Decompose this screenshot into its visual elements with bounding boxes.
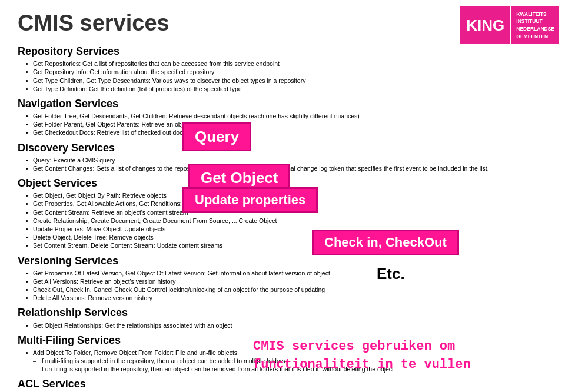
list-item: Get Repository Info: Get information abo… xyxy=(26,68,547,76)
callout-update: Update properties xyxy=(182,187,318,213)
list-repository: Get Repositories: Get a list of reposito… xyxy=(18,59,547,93)
callout-etc: Etc. xyxy=(377,265,405,283)
section-acl: ACL Services Get ACL: Get the permission… xyxy=(18,377,547,392)
logo-area: KING KWALITEITS INSTITUUT NEDERLANDSE GE… xyxy=(477,5,559,46)
list-item: Check Out, Check In, Cancel Check Out: C… xyxy=(26,285,547,294)
section-repository: Repository Services Get Repositories: Ge… xyxy=(18,44,547,93)
callout-query: Query xyxy=(182,122,251,151)
callout-bottom-line2: functionaliteit in te vullen xyxy=(253,356,471,374)
king-logo: KING xyxy=(460,6,510,44)
list-item: Get Properties Of Latest Version, Get Ob… xyxy=(26,269,547,277)
list-item: Create Relationship, Create Document, Cr… xyxy=(26,217,547,225)
list-item: Set Content Stream, Delete Content Strea… xyxy=(26,241,547,250)
section-navigation: Navigation Services Get Folder Tree, Get… xyxy=(18,97,547,137)
list-item: Get All Versions: Retrieve an object's v… xyxy=(26,277,547,285)
list-navigation: Get Folder Tree, Get Descendants, Get Ch… xyxy=(18,112,547,137)
list-item: Get Type Children, Get Type Descendants:… xyxy=(26,77,547,85)
list-item: Query: Execute a CMIS query xyxy=(26,156,547,164)
list-item: Get Folder Tree, Get Descendants, Get Ch… xyxy=(26,112,547,120)
section-header-navigation: Navigation Services xyxy=(18,97,547,111)
list-item: Get Object Relationships: Get the relati… xyxy=(26,321,547,330)
section-header-relationship: Relationship Services xyxy=(18,305,547,320)
section-header-versioning: Versioning Services xyxy=(18,254,547,268)
list-relationship: Get Object Relationships: Get the relati… xyxy=(18,321,547,330)
section-header-acl: ACL Services xyxy=(18,377,547,391)
list-versioning: Get Properties Of Latest Version, Get Ob… xyxy=(18,269,547,303)
list-item: Get Checkedout Docs: Retrieve list of ch… xyxy=(26,128,547,137)
section-header-discovery: Discovery Services xyxy=(18,141,547,155)
list-item: Update Properties, Move Object: Update o… xyxy=(26,225,547,233)
logo-tagline: KWALITEITS INSTITUUT NEDERLANDSE GEMEENT… xyxy=(511,6,559,44)
section-versioning: Versioning Services Get Properties Of La… xyxy=(18,254,547,303)
logo-box: KING KWALITEITS INSTITUUT NEDERLANDSE GE… xyxy=(460,6,559,44)
section-header-repository: Repository Services xyxy=(18,44,547,59)
section-relationship: Relationship Services Get Object Relatio… xyxy=(18,305,547,329)
list-item: Get Type Definition: Get the definition … xyxy=(26,85,547,93)
list-item: Get Folder Parent, Get Object Parents: R… xyxy=(26,120,547,128)
list-item: Get Repositories: Get a list of reposito… xyxy=(26,59,547,68)
callout-bottom: CMIS services gebruiken om functionalite… xyxy=(253,338,471,374)
callout-checkin: Check in, CheckOut xyxy=(312,230,459,255)
list-item: Delete All Versions: Remove version hist… xyxy=(26,294,547,302)
callout-bottom-line1: CMIS services gebruiken om xyxy=(253,338,471,356)
list-item: Delete Object, Delete Tree: Remove objec… xyxy=(26,233,547,241)
